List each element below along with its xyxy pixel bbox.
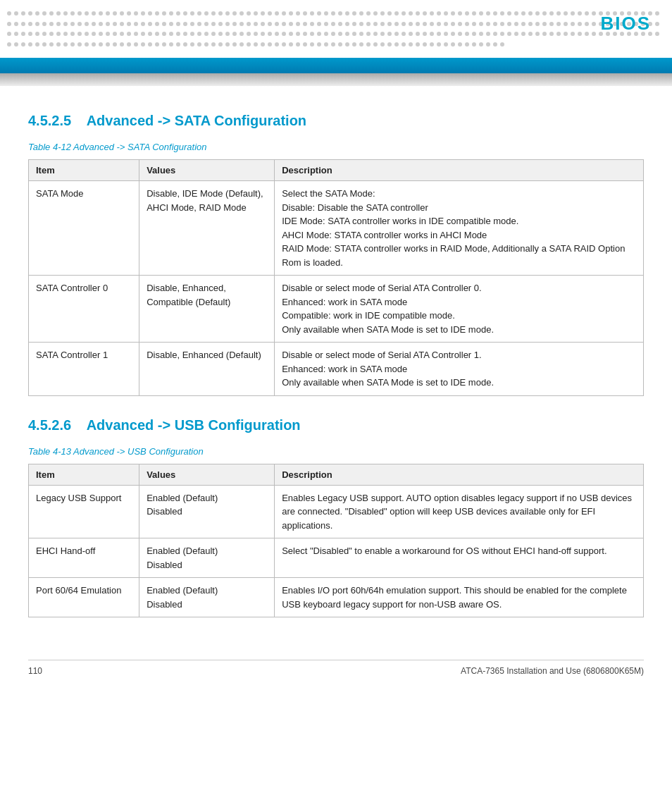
- usb-table-row: Legacy USB SupportEnabled (Default)Disab…: [29, 485, 644, 538]
- usb-item-1: EHCI Hand-off: [29, 538, 139, 578]
- section2-heading: Advanced -> USB Configuration: [87, 417, 301, 433]
- usb-config-table: Item Values Description Legacy USB Suppo…: [28, 464, 644, 618]
- section1-number: 4.5.2.5: [28, 113, 71, 128]
- sata-table-row: SATA ModeDisable, IDE Mode (Default), AH…: [29, 181, 644, 276]
- section2-number: 4.5.2.6: [28, 417, 71, 433]
- sata-values-2: Disable, Enhanced (Default): [139, 343, 275, 396]
- gray-bar: [0, 73, 672, 86]
- usb-desc-0: Enables Legacy USB support. AUTO option …: [275, 485, 644, 538]
- usb-item-0: Legacy USB Support: [29, 485, 139, 538]
- section1-title: 4.5.2.5 Advanced -> SATA Configuration: [28, 113, 644, 129]
- sata-table-row: SATA Controller 1Disable, Enhanced (Defa…: [29, 343, 644, 396]
- sata-table-row: SATA Controller 0Disable, Enhanced, Comp…: [29, 276, 644, 343]
- usb-values-0: Enabled (Default)Disabled: [139, 485, 275, 538]
- bios-title: BIOS: [600, 13, 651, 35]
- dot-pattern: [0, 6, 672, 55]
- table2-header-values: Values: [139, 464, 275, 485]
- sata-values-0: Disable, IDE Mode (Default), AHCI Mode, …: [139, 181, 275, 276]
- table2-header-desc: Description: [275, 464, 644, 485]
- sata-item-1: SATA Controller 0: [29, 276, 139, 343]
- main-content: 4.5.2.5 Advanced -> SATA Configuration T…: [0, 93, 672, 653]
- usb-item-2: Port 60/64 Emulation: [29, 578, 139, 617]
- sata-values-1: Disable, Enhanced, Compatible (Default): [139, 276, 275, 343]
- page-number: 110: [28, 666, 42, 676]
- section1-heading: Advanced -> SATA Configuration: [87, 113, 306, 128]
- usb-table-row: EHCI Hand-offEnabled (Default)DisabledSe…: [29, 538, 644, 578]
- table1-header-values: Values: [139, 160, 275, 181]
- sata-desc-1: Disable or select mode of Serial ATA Con…: [275, 276, 644, 343]
- sata-desc-0: Select the SATA Mode:Disable: Disable th…: [275, 181, 644, 276]
- table1-header-desc: Description: [275, 160, 644, 181]
- table2-caption: Table 4-13 Advanced -> USB Configuration: [28, 446, 644, 457]
- usb-desc-1: Select "Disabled" to enable a workaround…: [275, 538, 644, 578]
- sata-item-2: SATA Controller 1: [29, 343, 139, 396]
- blue-bar: [0, 58, 672, 73]
- footer: 110 ATCA-7365 Installation and Use (6806…: [28, 660, 644, 676]
- sata-item-0: SATA Mode: [29, 181, 139, 276]
- section2-title: 4.5.2.6 Advanced -> USB Configuration: [28, 417, 644, 433]
- table1-header-item: Item: [29, 160, 139, 181]
- usb-table-row: Port 60/64 EmulationEnabled (Default)Dis…: [29, 578, 644, 617]
- usb-values-2: Enabled (Default)Disabled: [139, 578, 275, 617]
- sata-config-table: Item Values Description SATA ModeDisable…: [28, 159, 644, 396]
- sata-desc-2: Disable or select mode of Serial ATA Con…: [275, 343, 644, 396]
- table2-header-item: Item: [29, 464, 139, 485]
- usb-values-1: Enabled (Default)Disabled: [139, 538, 275, 578]
- header-area: BIOS: [0, 0, 672, 58]
- usb-desc-2: Enables I/O port 60h/64h emulation suppo…: [275, 578, 644, 617]
- doc-title: ATCA-7365 Installation and Use (6806800K…: [461, 666, 644, 676]
- table1-caption: Table 4-12 Advanced -> SATA Configuratio…: [28, 142, 644, 152]
